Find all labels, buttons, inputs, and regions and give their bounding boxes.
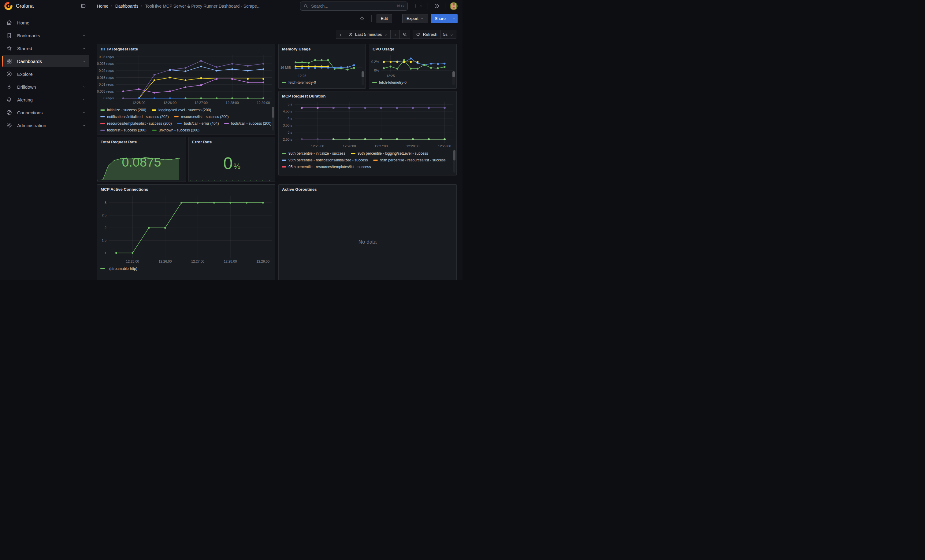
mcp-active-connections-chart[interactable]: 12:25:0012:26:0012:27:0012:28:0012:29:00… — [97, 194, 275, 264]
sidebar-item-home[interactable]: Home — [3, 17, 89, 29]
legend-item[interactable]: fetch-telemetry-0 — [372, 79, 407, 86]
legend-scrollbar[interactable] — [272, 107, 274, 131]
chevron-down-icon — [384, 33, 387, 36]
search-input[interactable] — [310, 3, 394, 9]
legend-color-swatch — [224, 123, 229, 124]
panel-title[interactable]: Total Request Rate — [97, 137, 186, 145]
svg-text:12:28:00: 12:28:00 — [226, 101, 239, 105]
legend-item[interactable]: resources/templates/list - success (200) — [100, 120, 172, 127]
legend-label: - (streamable-http) — [107, 267, 137, 271]
share-options-button[interactable] — [450, 14, 458, 23]
legend-item[interactable]: 95th percentile - resources/list - succe… — [373, 157, 445, 164]
add-button[interactable] — [410, 2, 423, 11]
legend-item[interactable]: tools/call - success (200) — [224, 120, 271, 127]
grafana-logo-icon[interactable] — [4, 2, 12, 10]
sidebar: Grafana Home Bookmarks Starred Dashboard… — [0, 0, 92, 280]
sidebar-item-starred[interactable]: Starred — [3, 42, 89, 54]
legend-item[interactable]: 95th percentile - initialize - success — [282, 150, 345, 157]
chevron-down-icon[interactable] — [82, 59, 86, 63]
chevron-down-icon[interactable] — [82, 123, 86, 128]
time-shift-back-button[interactable] — [336, 30, 345, 39]
dashboard-toolbar: Edit Export Share — [92, 12, 462, 25]
svg-text:0.03 req/s: 0.03 req/s — [99, 55, 114, 59]
legend-label: unknown - success (200) — [159, 128, 199, 132]
panel-title[interactable]: HTTP Request Rate — [97, 44, 275, 52]
panel-title[interactable]: Error Rate — [189, 137, 275, 145]
panel-title[interactable]: CPU Usage — [369, 44, 456, 52]
svg-text:12:27:00: 12:27:00 — [194, 101, 208, 105]
legend-item[interactable]: 95th percentile - resources/templates/li… — [282, 164, 371, 170]
chevron-down-icon[interactable] — [82, 33, 86, 38]
stat-unit: % — [234, 162, 240, 171]
sidebar-toggle-icon[interactable] — [79, 2, 87, 11]
legend-item[interactable]: unknown - success (200) — [152, 127, 199, 133]
chevron-down-icon[interactable] — [82, 98, 86, 102]
panel-scrollbar[interactable] — [362, 71, 364, 85]
panel-title[interactable]: Memory Usage — [279, 44, 366, 52]
share-button[interactable]: Share — [431, 14, 450, 23]
favorite-star-button[interactable] — [358, 14, 366, 23]
svg-text:16 MiB: 16 MiB — [280, 66, 291, 69]
panel-title[interactable]: Active Goroutines — [279, 185, 456, 192]
legend-item[interactable]: 95th percentile - logging/setLevel - suc… — [351, 150, 428, 157]
legend-scrollbar[interactable] — [453, 150, 455, 173]
legend-item[interactable]: tools/call - error (404) — [177, 120, 219, 127]
export-button[interactable]: Export — [402, 14, 428, 23]
legend-item[interactable]: initialize - success (200) — [100, 107, 146, 113]
sidebar-item-explore[interactable]: Explore — [3, 68, 89, 80]
zoom-out-button[interactable] — [399, 30, 410, 39]
cpu-usage-legend: fetch-telemetry-0 — [369, 78, 456, 87]
main-column: Home›Dashboards›ToolHive MCP Server & Pr… — [92, 0, 462, 280]
time-shift-forward-button[interactable] — [390, 30, 400, 39]
cpu-usage-chart[interactable]: 12:250.2%0% — [369, 53, 456, 78]
panel-title[interactable]: MCP Active Connections — [97, 185, 275, 192]
panel-scrollbar[interactable] — [452, 71, 455, 85]
topbar-divider — [428, 3, 428, 9]
legend-item[interactable]: 95th percentile - notifications/initiali… — [282, 157, 368, 164]
mcp-request-duration-chart[interactable]: 12:25:0012:26:0012:27:0012:28:0012:29:00… — [279, 100, 456, 149]
breadcrumb-separator: › — [141, 4, 142, 8]
legend-color-swatch — [282, 159, 286, 161]
edit-button[interactable]: Edit — [377, 14, 392, 23]
search-box[interactable]: ⌘+k — [300, 2, 408, 11]
sidebar-item-administration[interactable]: Administration — [3, 119, 89, 131]
chevron-left-icon — [339, 33, 342, 36]
time-range-picker[interactable]: Last 5 minutes — [345, 30, 391, 39]
panel-cpu-usage: CPU Usage 12:250.2%0% fetch-telemetry-0 — [369, 44, 457, 89]
legend-label: tools/list - success (200) — [107, 128, 146, 132]
svg-text:12:26:00: 12:26:00 — [163, 101, 176, 105]
chevron-down-icon[interactable] — [82, 85, 86, 89]
breadcrumb-item[interactable]: Home — [97, 4, 108, 9]
sidebar-item-alerting[interactable]: Alerting — [3, 93, 89, 106]
sidebar-item-bookmarks[interactable]: Bookmarks — [3, 29, 89, 42]
sidebar-item-label: Drilldown — [17, 84, 36, 90]
avatar[interactable] — [450, 2, 458, 10]
http-request-rate-chart[interactable]: 12:25:0012:26:0012:27:0012:28:0012:29:00… — [97, 53, 275, 105]
svg-text:12:25:00: 12:25:00 — [132, 101, 145, 105]
panel-memory-usage: Memory Usage 12:2516 MiB fetch-telemetry… — [278, 44, 366, 89]
legend-item[interactable]: tools/list - success (200) — [100, 127, 146, 133]
help-button[interactable]: ? — [432, 2, 441, 11]
http-request-rate-legend: initialize - success (200)logging/setLev… — [97, 105, 275, 133]
svg-text:12:29:00: 12:29:00 — [257, 101, 270, 105]
chevron-down-icon[interactable] — [82, 46, 86, 50]
sidebar-item-connections[interactable]: Connections — [3, 107, 89, 119]
legend-item[interactable]: - (streamable-http) — [100, 265, 137, 272]
chevron-down-icon[interactable] — [82, 110, 86, 115]
legend-item[interactable]: logging/setLevel - success (200) — [152, 107, 211, 113]
sidebar-item-drilldown[interactable]: Drilldown — [3, 81, 89, 93]
legend-item[interactable]: fetch-telemetry-0 — [282, 79, 316, 86]
sidebar-nav: Home Bookmarks Starred Dashboards Explor… — [0, 12, 92, 132]
sidebar-item-dashboards[interactable]: Dashboards — [3, 55, 89, 67]
breadcrumb-item[interactable]: Dashboards — [115, 4, 139, 9]
panel-title[interactable]: MCP Request Duration — [279, 92, 456, 99]
svg-text:5 s: 5 s — [288, 102, 292, 106]
legend-color-swatch — [177, 123, 182, 124]
refresh-button[interactable]: Refresh — [413, 30, 440, 39]
legend-item[interactable]: notifications/initialized - success (202… — [100, 113, 169, 120]
legend-color-swatch — [351, 153, 356, 154]
legend-item[interactable]: resources/list - success (200) — [174, 113, 229, 120]
refresh-group: Refresh 5s — [413, 30, 456, 39]
refresh-interval-picker[interactable]: 5s — [440, 30, 456, 39]
memory-usage-chart[interactable]: 12:2516 MiB — [279, 53, 366, 78]
